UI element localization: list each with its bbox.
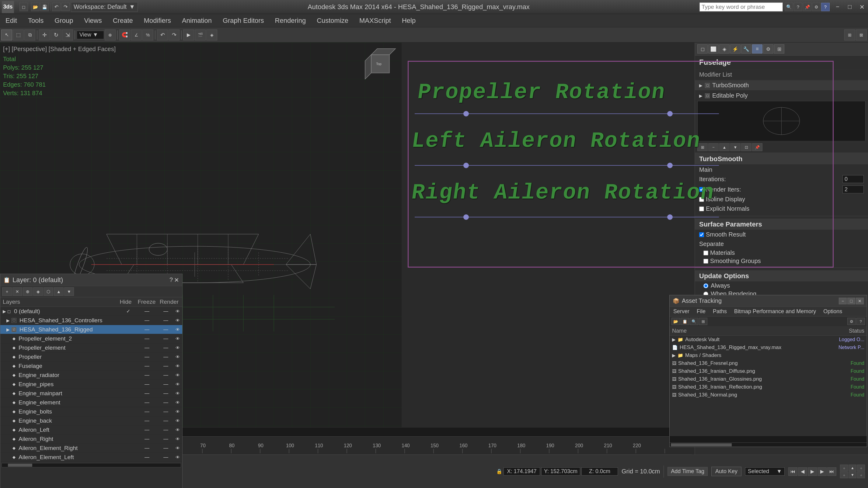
render-frame-btn[interactable]: 🎬	[195, 30, 206, 40]
prev-frame-btn[interactable]: ◀	[798, 467, 807, 476]
global-help-icon[interactable]: ?	[821, 3, 830, 11]
vp-nav-tool2[interactable]: ⊠	[856, 30, 867, 40]
menu-modifiers[interactable]: Modifiers	[138, 14, 177, 27]
menu-tools[interactable]: Tools	[23, 14, 49, 27]
kf-icon-2[interactable]: ▲	[848, 464, 857, 471]
layer-item-eng-el[interactable]: ◆ Engine_element ——👁	[0, 398, 182, 407]
menu-graph-editors[interactable]: Graph Editors	[217, 14, 270, 27]
material-editor[interactable]: ◈	[206, 30, 217, 40]
asset-menu-paths[interactable]: Paths	[709, 307, 731, 316]
layer-item-rigged[interactable]: ▶ ☑ HESA_Shahed_136_Rigged — — 👁	[0, 325, 182, 334]
vp-nav-tool1[interactable]: ⊞	[844, 30, 855, 40]
kf-icon-6[interactable]: ⬦	[857, 471, 865, 478]
layers-tb-move-dn[interactable]: ▼	[64, 287, 74, 296]
autokey-btn[interactable]: Auto Key	[711, 467, 741, 476]
kf-icon-4[interactable]: ⬦	[840, 471, 848, 478]
asset-scrollbar-h[interactable]	[670, 443, 867, 447]
asset-menu-options[interactable]: Options	[819, 307, 846, 316]
add-time-tag-btn[interactable]: Add Time Tag	[668, 467, 708, 476]
minimize-button[interactable]: −	[832, 1, 844, 13]
layers-scrollbar-thumb[interactable]	[8, 464, 32, 467]
layer-item-ail-el-right[interactable]: ◆ Aileron_Element_Right ——👁	[0, 444, 182, 453]
asset-tb-5[interactable]: ⚙	[847, 318, 856, 325]
mod-icon-1[interactable]: ◻	[697, 44, 708, 54]
restore-button[interactable]: □	[844, 1, 856, 13]
mod-icon-7[interactable]: ⊞	[774, 44, 784, 54]
menu-rendering[interactable]: Rendering	[270, 14, 312, 27]
menu-animation[interactable]: Animation	[177, 14, 217, 27]
layer-item-ail-left[interactable]: ◆ Aileron_Left ——👁	[0, 425, 182, 434]
search-input[interactable]	[702, 4, 781, 10]
layer-item-eng-pipes[interactable]: ◆ Engine_pipes ——👁	[0, 380, 182, 389]
asset-item-diffuse[interactable]: 🖼 Shahed_136_Iranian_Diffuse.png Found	[670, 367, 867, 375]
kf-icon-3[interactable]: ⬦	[857, 464, 865, 471]
layer-item-eng-rad[interactable]: ◆ Engine_radiator ——👁	[0, 371, 182, 380]
ref-coord-sys[interactable]: View ▼	[77, 31, 104, 39]
select-tool[interactable]: ↖	[1, 30, 12, 40]
asset-tb-6[interactable]: ?	[857, 318, 865, 325]
angle-snap[interactable]: ∠	[131, 30, 142, 40]
search-icon[interactable]: 🔍	[785, 3, 793, 11]
asset-tb-3[interactable]: 🔍	[690, 318, 698, 325]
snap-toggle[interactable]: 🧲	[119, 30, 130, 40]
layers-tb-add[interactable]: ⊕	[23, 287, 33, 296]
layers-close-button[interactable]: ✕	[174, 276, 179, 284]
key-filter-dropdown[interactable]: Selected ▼	[745, 467, 785, 476]
pivot-btn[interactable]: ⊕	[105, 30, 116, 40]
mod-icon-2[interactable]: ⬜	[708, 44, 719, 54]
kf-icon-1[interactable]: ⬦	[840, 464, 848, 471]
layers-tb-delete[interactable]: ✕	[12, 287, 22, 296]
redo-tool[interactable]: ↷	[168, 30, 180, 40]
menu-group[interactable]: Group	[49, 14, 79, 27]
mod-icon-6[interactable]: ⚙	[763, 44, 773, 54]
workspace-dropdown[interactable]: Workspace: Default ▼	[71, 2, 138, 12]
asset-restore-btn[interactable]: □	[847, 298, 855, 304]
asset-input-bar[interactable]	[670, 436, 867, 443]
layers-help-button[interactable]: ?	[169, 276, 173, 284]
asset-menu-server[interactable]: Server	[670, 307, 693, 316]
mod-icon-3[interactable]: ◈	[719, 44, 730, 54]
render-prod-btn[interactable]: ▶	[183, 30, 194, 40]
layer-item-controllers[interactable]: ▶ ☐ HESA_Shahed_136_Controllers — — 👁	[0, 316, 182, 325]
next-frame-btn[interactable]: ▶	[817, 467, 827, 476]
menu-help[interactable]: Help	[396, 14, 421, 27]
asset-item-vault[interactable]: ▶ 📁 Autodesk Vault Logged O...	[670, 336, 867, 344]
go-end-btn[interactable]: ⏭	[827, 467, 836, 476]
asset-tb-1[interactable]: 📂	[672, 318, 680, 325]
go-start-btn[interactable]: ⏮	[788, 467, 798, 476]
layers-tb-select[interactable]: ◈	[33, 287, 43, 296]
undo-tool[interactable]: ↶	[157, 30, 168, 40]
asset-item-fresnel[interactable]: 🖼 Shahed_136_Fresnel.png Found	[670, 359, 867, 367]
render-iters-input[interactable]	[842, 186, 864, 193]
toolbar-icon-3[interactable]: 💾	[40, 3, 49, 11]
asset-item-reflection[interactable]: 🖼 Shahed_136_Iranian_Reflection.png Foun…	[670, 383, 867, 391]
asset-item-normal[interactable]: 🖼 Shahed_136_Normal.png Found	[670, 391, 867, 399]
menu-customize[interactable]: Customize	[311, 14, 354, 27]
help-icon[interactable]: ?	[794, 3, 802, 11]
toolbar-redo[interactable]: ↷	[61, 3, 70, 11]
mod-icon-4[interactable]: ⚡	[730, 44, 741, 54]
move-tool[interactable]: ✛	[39, 30, 50, 40]
asset-menu-file[interactable]: File	[693, 307, 709, 316]
viewport-cube[interactable]: Top	[362, 45, 399, 82]
layer-item-ail-right[interactable]: ◆ Aileron_Right ——👁	[0, 434, 182, 444]
layer-item-ail-el-left[interactable]: ◆ Aileron_Element_Left ——👁	[0, 453, 182, 462]
iterations-input[interactable]	[842, 175, 864, 183]
layers-tb-highlight[interactable]: ⬡	[43, 287, 53, 296]
asset-tb-4[interactable]: ⊞	[699, 318, 707, 325]
layer-item-eng-bolts[interactable]: ◆ Engine_bolts ——👁	[0, 407, 182, 416]
layer-item-eng-back[interactable]: ◆ Engine_back ——👁	[0, 416, 182, 425]
toolbar-undo[interactable]: ↶	[52, 3, 61, 11]
asset-menu-bitmaps[interactable]: Bitmap Performance and Memory	[731, 307, 819, 316]
menu-create[interactable]: Create	[107, 14, 138, 27]
update-always-input[interactable]	[704, 283, 708, 288]
kf-icon-5[interactable]: ▼	[848, 471, 857, 478]
asset-close-btn[interactable]: ✕	[856, 298, 864, 304]
percent-snap[interactable]: %	[143, 30, 153, 40]
pin-icon[interactable]: 📌	[803, 3, 811, 11]
menu-maxscript[interactable]: MAXScript	[354, 14, 396, 27]
layer-item-prop-el[interactable]: ◆ Propeller_element ——👁	[0, 343, 182, 352]
layer-item-propeller[interactable]: ◆ Propeller ——👁	[0, 352, 182, 361]
menu-edit[interactable]: Edit	[0, 14, 23, 27]
asset-item-max-file[interactable]: 📄 HESA_Shahed_136_Rigged_max_vray.max Ne…	[670, 344, 867, 352]
